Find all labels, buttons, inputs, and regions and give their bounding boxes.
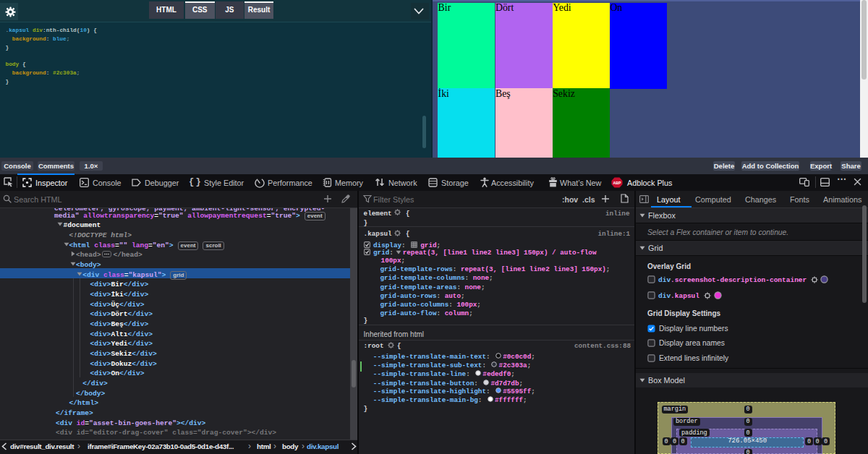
- svg-text:ABP: ABP: [613, 181, 621, 185]
